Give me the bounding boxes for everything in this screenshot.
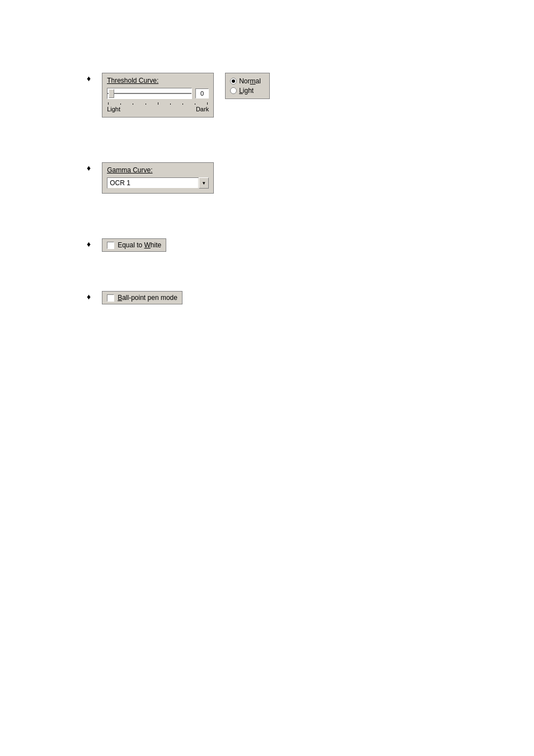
ballpoint-checkbox[interactable]	[107, 294, 114, 302]
label-dark: Dark	[196, 106, 209, 112]
threshold-slider-container	[107, 88, 192, 99]
gamma-dropdown-container: OCR 1 ▼	[107, 177, 209, 189]
tick-2	[120, 104, 121, 105]
threshold-title: Threshold Curve:	[107, 77, 209, 84]
equal-white-panel[interactable]: Equal to White	[102, 238, 166, 252]
tick-4	[146, 104, 146, 105]
threshold-slider-thumb[interactable]	[109, 89, 114, 98]
ballpoint-content: Ball-point pen mode	[102, 291, 182, 304]
radio-light-label: Light	[239, 87, 254, 95]
ballpoint-section: ♦ Ball-point pen mode	[0, 291, 534, 304]
tick-5	[158, 102, 158, 105]
equal-white-content: Equal to White	[102, 238, 166, 252]
slider-row: 0	[107, 88, 209, 99]
threshold-panel: Threshold Curve: 0 Li	[102, 73, 214, 118]
gamma-panel: Gamma Curve: OCR 1 ▼	[102, 162, 214, 194]
radio-normal[interactable]: Normal	[230, 77, 265, 85]
tick-1	[108, 102, 109, 105]
gamma-section: ♦ Gamma Curve: OCR 1 ▼	[0, 162, 534, 194]
tick-6	[170, 104, 171, 105]
bullet-4: ♦	[87, 292, 91, 301]
radio-normal-input[interactable]	[230, 78, 237, 84]
gamma-title: Gamma Curve:	[107, 166, 209, 174]
equal-white-section: ♦ Equal to White	[0, 238, 534, 252]
radio-light-input[interactable]	[230, 87, 237, 94]
radio-panel: Normal Light	[225, 73, 270, 99]
threshold-value-box: 0	[195, 88, 209, 98]
equal-white-label: Equal to White	[118, 241, 161, 249]
slider-labels: Light Dark	[107, 106, 209, 112]
ballpoint-panel[interactable]: Ball-point pen mode	[102, 291, 182, 304]
gamma-dropdown-arrow[interactable]: ▼	[199, 177, 209, 189]
bullet-1: ♦	[87, 74, 91, 83]
slider-track	[107, 93, 191, 94]
tick-8	[195, 104, 195, 105]
threshold-section: ♦ Threshold Curve: 0	[0, 73, 534, 118]
tick-3	[133, 104, 133, 105]
equal-white-checkbox[interactable]	[107, 242, 114, 249]
ballpoint-label: Ball-point pen mode	[118, 294, 177, 302]
gamma-dropdown-field[interactable]: OCR 1	[107, 177, 199, 189]
bullet-2: ♦	[87, 163, 91, 172]
tick-9	[207, 102, 208, 105]
radio-normal-label: Normal	[239, 77, 261, 85]
bullet-3: ♦	[87, 240, 91, 248]
threshold-content: Threshold Curve: 0 Li	[102, 73, 270, 118]
tick-7	[182, 104, 183, 105]
gamma-content: Gamma Curve: OCR 1 ▼	[102, 162, 214, 194]
radio-light[interactable]: Light	[230, 87, 265, 95]
label-light: Light	[107, 106, 120, 112]
tick-marks	[107, 101, 209, 105]
